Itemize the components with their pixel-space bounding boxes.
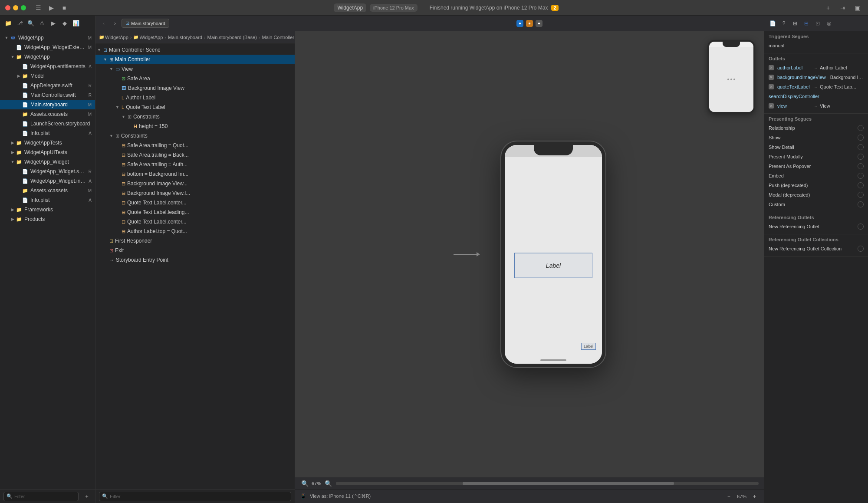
sidebar-item-entitlements[interactable]: 📄 WidgetApp.entitlements A bbox=[0, 62, 95, 71]
issues-icon[interactable]: ⚠ bbox=[37, 19, 47, 28]
scene-item-height-constraint[interactable]: H height = 150 bbox=[95, 122, 295, 131]
panel-layout-button[interactable]: ▣ bbox=[852, 3, 863, 13]
sidebar-item-widgetapp-group[interactable]: ▼ 📁 WidgetApp bbox=[0, 52, 95, 62]
forward-button[interactable]: › bbox=[110, 19, 120, 28]
quick-help-icon[interactable]: ? bbox=[779, 19, 789, 28]
segue-connection-circle[interactable] bbox=[858, 173, 864, 179]
filter-input[interactable] bbox=[14, 494, 76, 499]
sidebar-item-widget-intent[interactable]: 📄 WidgetApp_Widget.inten... A bbox=[0, 176, 95, 186]
canvas-tool-orange[interactable]: ● bbox=[526, 20, 533, 27]
sidebar-item-widgetapp-root[interactable]: ▼ W WidgetApp M bbox=[0, 33, 95, 43]
status-zoom-in[interactable]: ＋ bbox=[750, 492, 759, 501]
storyboard-tab[interactable]: ⊡ Main.storyboard bbox=[122, 19, 169, 28]
scene-item-c3[interactable]: ⊟ Safe Area.trailing = Auth... bbox=[95, 160, 295, 169]
canvas-tool-blue[interactable]: ● bbox=[516, 20, 523, 27]
device-selector[interactable]: iPhone 12 Pro Max bbox=[370, 4, 418, 12]
app-selector[interactable]: WidgetApp bbox=[334, 3, 366, 12]
add-button[interactable]: + bbox=[823, 3, 833, 13]
sidebar-item-info-plist2[interactable]: 📄 Info.plist A bbox=[0, 195, 95, 205]
bc-mainstoryboard-base[interactable]: Main.storyboard (Base) bbox=[207, 35, 257, 40]
sidebar-item-assets[interactable]: 📁 Assets.xcassets M bbox=[0, 109, 95, 119]
sidebar-item-appdelegate[interactable]: 📄 AppDelegate.swift R bbox=[0, 81, 95, 90]
referencing-outlet-circle[interactable] bbox=[858, 224, 864, 230]
sidebar-item-widget-extension[interactable]: 📄 WidgetApp_WidgetExtensi... M bbox=[0, 43, 95, 52]
segue-connection-circle[interactable] bbox=[858, 192, 864, 198]
scene-item-main-controller[interactable]: ▼ ⊞ Main Controller bbox=[95, 55, 295, 64]
stop-icon[interactable]: ■ bbox=[59, 3, 69, 13]
zoom-in-button[interactable]: 🔍 bbox=[324, 479, 332, 488]
sidebar-item-products[interactable]: ▶ 📁 Products bbox=[0, 214, 95, 224]
bc-widgetapp2[interactable]: 📁 WidgetApp bbox=[133, 35, 163, 40]
scene-item-c5[interactable]: ⊟ Background Image View... bbox=[95, 179, 295, 188]
scene-item-exit[interactable]: ⊡ Exit bbox=[95, 246, 295, 255]
bc-mainstoryboard[interactable]: Main.storyboard bbox=[168, 35, 202, 40]
scene-item-main-controller-scene[interactable]: ▼ ⊡ Main Controller Scene bbox=[95, 45, 295, 55]
source-control-icon[interactable]: ⎇ bbox=[15, 19, 24, 28]
sidebar-item-widget-group[interactable]: ▼ 📁 WidgetApp_Widget bbox=[0, 157, 95, 167]
segue-connection-circle[interactable] bbox=[858, 125, 864, 131]
sidebar-item-widget-swift[interactable]: 📄 WidgetApp_Widget.swift R bbox=[0, 167, 95, 176]
sidebar-item-widgetappuitests[interactable]: ▶ 📁 WidgetAppUITests bbox=[0, 148, 95, 157]
outlet-delete-button[interactable]: ✕ bbox=[769, 103, 774, 108]
reports-icon[interactable]: 📊 bbox=[71, 19, 81, 28]
find-icon[interactable]: 🔍 bbox=[26, 19, 36, 28]
scene-filter-wrap[interactable]: 🔍 bbox=[99, 492, 291, 501]
segue-connection-circle[interactable] bbox=[858, 135, 864, 141]
segue-connection-circle[interactable] bbox=[858, 201, 864, 207]
scene-item-c4[interactable]: ⊟ bottom = Background Im... bbox=[95, 169, 295, 179]
segue-connection-circle[interactable] bbox=[858, 182, 864, 188]
sidebar-item-main-storyboard[interactable]: 📄 Main.storyboard M bbox=[0, 100, 95, 109]
sidebar-item-frameworks[interactable]: ▶ 📁 Frameworks bbox=[0, 205, 95, 214]
scene-item-c9[interactable]: ⊟ Quote Text Label.center... bbox=[95, 217, 295, 227]
scene-filter-input[interactable] bbox=[110, 494, 288, 499]
quote-label-box[interactable]: Label bbox=[514, 253, 592, 278]
attributes-inspector-icon[interactable]: ⊟ bbox=[802, 19, 811, 28]
warning-badge[interactable]: 2 bbox=[551, 5, 558, 11]
canvas-content[interactable]: Label Label bbox=[295, 31, 764, 477]
connections-inspector-icon[interactable]: ◎ bbox=[824, 19, 834, 28]
identity-inspector-icon[interactable]: ⊞ bbox=[790, 19, 800, 28]
scene-item-constraints-quote[interactable]: ▼ ⊞ Constraints bbox=[95, 112, 295, 122]
outlet-delete-button[interactable]: ✕ bbox=[769, 84, 774, 89]
sidebar-item-maincontroller[interactable]: 📄 MainController.swift R bbox=[0, 90, 95, 100]
debug-icon[interactable]: ▶ bbox=[49, 19, 58, 28]
scene-item-c1[interactable]: ⊟ Safe Area.trailing = Quot... bbox=[95, 141, 295, 150]
scene-item-entry-point[interactable]: → Storyboard Entry Point bbox=[95, 255, 295, 265]
scene-item-safe-area[interactable]: ⊠ Safe Area bbox=[95, 74, 295, 83]
sidebar-item-launchscreen[interactable]: 📄 LaunchScreen.storyboard bbox=[0, 119, 95, 128]
back-button[interactable]: ‹ bbox=[99, 19, 108, 28]
navigator-icon[interactable]: ▶ bbox=[46, 3, 56, 13]
close-button[interactable] bbox=[5, 5, 10, 10]
sidebar-item-info-plist[interactable]: 📄 Info.plist A bbox=[0, 128, 95, 138]
canvas-tool-gray[interactable]: ● bbox=[536, 20, 542, 27]
breakpoints-icon[interactable]: ◆ bbox=[60, 19, 69, 28]
referencing-collection-circle[interactable] bbox=[858, 246, 864, 252]
segue-connection-circle[interactable] bbox=[858, 154, 864, 160]
folder-icon[interactable]: 📁 bbox=[3, 19, 13, 28]
scene-item-constraints-main[interactable]: ▼ ⊞ Constraints bbox=[95, 131, 295, 141]
segue-connection-circle[interactable] bbox=[858, 163, 864, 169]
author-label-box[interactable]: Label bbox=[581, 343, 596, 350]
scene-item-background-imageview[interactable]: 🖼 Background Image View bbox=[95, 83, 295, 93]
zoom-out-button[interactable]: 🔍 bbox=[300, 479, 309, 488]
maximize-button[interactable] bbox=[21, 5, 26, 10]
scene-item-first-responder[interactable]: ⊡ First Responder bbox=[95, 236, 295, 246]
bc-main-controller-scene[interactable]: Main Controller Scene bbox=[262, 35, 295, 40]
sidebar-item-model[interactable]: ▶ 📁 Model bbox=[0, 71, 95, 81]
sidebar-item-assets2[interactable]: 📁 Assets.xcassets M bbox=[0, 186, 95, 195]
split-button[interactable]: ⇥ bbox=[838, 3, 848, 13]
outlet-delete-button[interactable]: ✕ bbox=[769, 75, 774, 80]
size-inspector-icon[interactable]: ⊡ bbox=[813, 19, 822, 28]
scene-item-c7[interactable]: ⊟ Quote Text Label.center... bbox=[95, 198, 295, 207]
minimize-button[interactable] bbox=[13, 5, 18, 10]
status-zoom-out[interactable]: － bbox=[725, 492, 733, 501]
add-file-button[interactable]: + bbox=[82, 492, 92, 501]
scene-item-quote-label[interactable]: ▼ L Quote Text Label bbox=[95, 102, 295, 112]
filter-wrap[interactable]: 🔍 bbox=[3, 492, 79, 501]
segue-connection-circle[interactable] bbox=[858, 144, 864, 150]
scene-item-c8[interactable]: ⊟ Quote Text Label.leading... bbox=[95, 207, 295, 217]
scene-item-view[interactable]: ▼ ▭ View bbox=[95, 64, 295, 74]
scene-item-c10[interactable]: ⊟ Author Label.top = Quot... bbox=[95, 227, 295, 236]
horizontal-scrollbar[interactable] bbox=[336, 482, 759, 485]
sidebar-item-widgetapptests[interactable]: ▶ 📁 WidgetAppTests bbox=[0, 138, 95, 148]
